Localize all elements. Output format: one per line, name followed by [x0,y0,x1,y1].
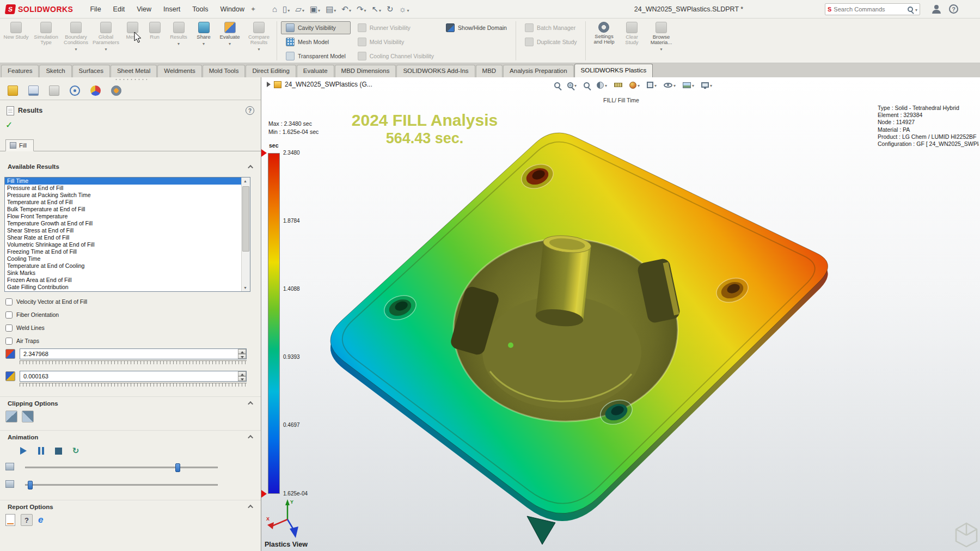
measure-button[interactable] [614,83,622,87]
property-manager-tab-icon[interactable] [8,85,18,96]
view-settings-button[interactable] [701,81,712,89]
velocity-vector-checkbox-row[interactable]: Velocity Vector at End of Fill [5,295,87,308]
previous-view-button[interactable] [584,82,590,88]
panel-help-icon[interactable]: ? [246,106,254,115]
search-icon[interactable] [908,7,913,12]
max-value-slider[interactable] [20,360,247,366]
air-traps-checkbox-row[interactable]: Air Traps [5,334,39,347]
print-button[interactable]: ▤ [323,2,338,16]
animation-progress-handle[interactable] [175,463,180,472]
new-document-button[interactable]: ▯ [280,2,292,16]
user-account-icon[interactable] [932,5,941,14]
display-manager-tab-icon[interactable] [49,85,59,96]
command-tab[interactable]: Weldments [157,65,201,77]
fill-result-tab[interactable]: Fill [5,139,34,151]
plastics-results-tab-icon[interactable] [90,85,101,96]
menu-item[interactable]: Window [215,0,249,19]
search-caret-icon[interactable] [915,5,917,13]
undo-button[interactable]: ↶ [339,2,353,16]
scrollbar-thumb[interactable] [242,186,249,252]
weld-lines-checkbox[interactable] [5,325,13,332]
share-button[interactable]: Share [193,20,215,47]
browse-materials-button[interactable]: Browse Materia... [645,20,677,52]
command-tab[interactable]: Direct Editing [246,65,296,77]
part-model[interactable] [261,77,980,551]
command-tab[interactable]: Sheet Metal [111,65,157,77]
runner-visibility-button[interactable]: Runner Visibility [353,21,439,34]
list-scrollbar[interactable]: ▲ ▼ [241,177,250,291]
run-button[interactable]: Run [145,20,164,40]
select-button[interactable]: ↖ [370,2,384,16]
animation-speed-track[interactable] [25,484,218,486]
result-list-item[interactable]: Shear Rate at End of Fill [5,234,241,241]
section-view-button[interactable] [597,81,607,89]
display-style-button[interactable] [647,81,657,89]
max-value-input[interactable] [20,348,247,359]
results-button[interactable]: Results [167,20,191,47]
command-tab[interactable]: Sketch [39,65,71,77]
spin-down-icon[interactable] [238,376,246,381]
generate-report-icon[interactable] [5,514,15,526]
new-study-button[interactable]: New Study [2,20,30,40]
expand-arrow-icon[interactable] [267,82,271,87]
open-button[interactable]: ▱ [293,2,307,16]
clipping-plane-2-icon[interactable] [22,411,34,423]
report-options-header[interactable]: Report Options [0,500,261,513]
animation-header[interactable]: Animation [0,430,261,443]
menu-item[interactable]: File [85,0,106,19]
spin-down-icon[interactable] [238,354,246,359]
cooling-channel-visibility-button[interactable]: Cooling Channel Visibility [353,50,439,63]
panel-splitter-handle[interactable] [114,78,147,81]
coll​apse-chevron-icon[interactable] [248,435,253,440]
min-value-spinner[interactable] [238,371,246,381]
appearance-button[interactable] [629,81,640,89]
result-list-item[interactable]: Gate Filling Contribution [5,284,241,291]
result-list-item[interactable]: Fill Time [5,177,241,185]
settings-and-help-button[interactable]: Settings and Help [590,20,618,45]
play-button[interactable] [16,444,30,457]
show-hide-domain-button[interactable]: Show/Hide Domain [441,21,512,34]
min-value-slider[interactable] [20,383,247,388]
feature-tree-node[interactable]: 24_WN2025_SWPlastics (G... [267,81,372,88]
clipping-plane-1-icon[interactable] [5,411,17,423]
weld-lines-checkbox-row[interactable]: Weld Lines [5,321,45,334]
result-list-item[interactable]: Bulk Temperature at End of Fill [5,206,241,213]
command-tab[interactable]: Features [1,65,39,77]
command-search[interactable]: S [825,3,920,15]
boundary-conditions-button[interactable]: Boundary Conditions [62,20,90,52]
collapse-chevron-icon[interactable] [248,505,253,510]
help-icon[interactable]: ? [949,4,958,14]
result-list-item[interactable]: Temperature Growth at End of Fill [5,220,241,227]
command-tab[interactable]: MBD Dimensions [335,65,396,77]
animation-progress-track[interactable] [25,467,218,468]
result-list-item[interactable]: Freezing Time at End of Fill [5,248,241,255]
graphics-viewport[interactable]: 24_WN2025_SWPlastics (G... FILL/ Fill Ti… [261,77,980,551]
search-input[interactable] [834,6,905,13]
redo-button[interactable]: ↷ [354,2,369,16]
animation-speed-handle[interactable] [28,481,33,489]
simulation-type-button[interactable]: Simulation Type [32,20,60,45]
loop-button[interactable]: ↻ [69,444,83,457]
scroll-up-icon[interactable]: ▲ [243,179,247,183]
configuration-tab-icon[interactable] [28,85,39,96]
result-list-item[interactable]: Frozen Area at End of Fill [5,277,241,284]
collapse-chevron-icon[interactable] [248,164,253,170]
pin-icon[interactable]: ✦ [250,5,256,13]
menu-item[interactable]: Tools [187,0,213,19]
dimension-tab-icon[interactable] [70,85,80,96]
home-button[interactable]: ⌂ [270,2,279,16]
result-list-item[interactable]: Cooling Time [5,255,241,262]
command-tab[interactable]: MBD [476,65,503,77]
zoom-area-button[interactable] [567,81,577,89]
collapse-chevron-icon[interactable] [248,401,253,407]
result-list-item[interactable]: Sink Marks [5,270,241,277]
clipping-options-header[interactable]: Clipping Options [0,396,261,409]
menu-item[interactable]: View [132,0,156,19]
scroll-down-icon[interactable]: ▼ [243,286,247,290]
stop-button[interactable] [51,444,65,457]
global-parameters-button[interactable]: Global Parameters [92,20,120,52]
batch-manager-button[interactable]: Batch Manager [520,21,582,34]
min-value-input[interactable] [20,371,247,382]
mold-visibility-button[interactable]: Mold Visibility [353,35,439,48]
plastics-settings-tab-icon[interactable] [111,85,121,96]
